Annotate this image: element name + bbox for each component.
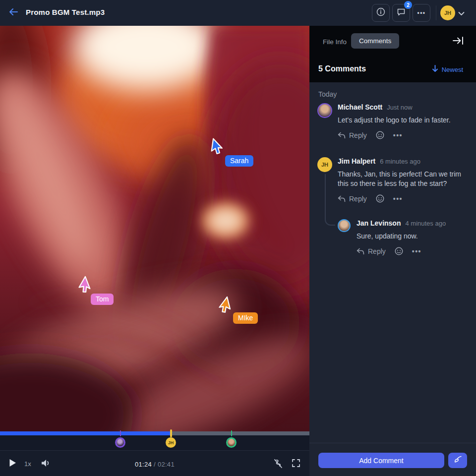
tab-file-info[interactable]: File Info [323, 38, 347, 46]
timecode-display: 01:24 / 02:41 [0, 461, 309, 468]
timeline-comment-avatar-jan[interactable] [226, 437, 237, 448]
thread-connector [325, 174, 335, 226]
playback-controls: 1x 01:24 / 02:41 [0, 450, 309, 476]
cursor-label-sarah: Sarah [225, 155, 253, 167]
collapse-sidebar-button[interactable] [452, 36, 466, 48]
comment-more-button[interactable]: ••• [393, 195, 403, 203]
avatar-jan-levinson[interactable] [338, 219, 351, 232]
more-options-button[interactable]: ••• [413, 4, 430, 22]
sort-button[interactable]: Newest [432, 65, 463, 74]
reply-button[interactable]: Reply [357, 247, 386, 255]
comment-timestamp: 4 minutes ago [405, 220, 446, 227]
chevron-down-icon[interactable] [458, 9, 465, 18]
avatar [228, 439, 235, 446]
sort-label: Newest [442, 66, 463, 73]
back-button[interactable] [7, 6, 20, 19]
emoji-reaction-button[interactable] [395, 247, 403, 255]
comment-more-button[interactable]: ••• [393, 131, 403, 139]
comment-author[interactable]: Michael Scott [338, 103, 382, 111]
avatar-michael-scott[interactable] [317, 103, 332, 118]
arrow-to-bar-icon [452, 39, 464, 47]
avatar-jim-halpert[interactable]: JH [317, 157, 332, 172]
fullscreen-icon [292, 461, 300, 469]
add-comment-button[interactable]: Add Comment [318, 453, 444, 468]
media-canvas[interactable]: Sarah Tom MIke [0, 26, 309, 431]
annotations-off-icon [273, 462, 284, 471]
comment-compose-bar: Add Comment [309, 443, 476, 476]
comment-timestamp: Just now [387, 104, 412, 111]
reply-button[interactable]: Reply [338, 195, 367, 203]
reply-label: Reply [349, 195, 367, 203]
comment-timestamp: 6 minutes ago [380, 158, 420, 165]
time-separator: / [154, 461, 156, 468]
smiley-icon [376, 131, 384, 139]
comments-count-label: 5 Comments [318, 64, 366, 73]
fullscreen-button[interactable] [292, 459, 301, 469]
day-divider-label: Today [318, 90, 337, 98]
comment-text: Sure, updating now. [357, 232, 468, 241]
timeline-scrubber[interactable] [0, 431, 309, 435]
reply-label: Reply [349, 131, 367, 139]
comment-marker-tick-green [231, 430, 232, 436]
draw-annotation-button[interactable] [448, 453, 467, 468]
smiley-icon [395, 247, 403, 255]
ellipsis-icon: ••• [417, 9, 425, 16]
smiley-icon [376, 194, 384, 203]
reply-arrow-icon [357, 248, 364, 255]
current-time: 01:24 [135, 461, 152, 468]
comment-author[interactable]: Jan Levinson [357, 219, 401, 227]
cursor-label-tom: Tom [91, 294, 114, 305]
emoji-reaction-button[interactable] [376, 194, 384, 203]
reply-button[interactable]: Reply [338, 131, 367, 139]
comment-text: Let's adjust the logo to fade in faster. [338, 116, 468, 125]
comment-author[interactable]: Jim Halpert [338, 157, 375, 165]
timeline-comment-avatar-jim[interactable]: JH [166, 437, 176, 448]
tab-comments[interactable]: Comments [351, 33, 399, 49]
file-title: Promo BGM Test.mp3 [26, 8, 105, 16]
arrow-left-icon [9, 8, 18, 17]
comments-count-badge: 2 [404, 1, 412, 9]
media-review-app: Promo BGM Test.mp3 2 ••• JH [0, 0, 476, 476]
topbar-divider [436, 5, 436, 20]
comments-header: 5 Comments Newest [309, 60, 476, 79]
total-duration: 02:41 [158, 461, 175, 468]
user-avatar[interactable]: JH [440, 5, 455, 20]
comment-marker-strip: JH [0, 435, 309, 450]
collaborator-cursor-sarah [210, 137, 226, 156]
playhead[interactable] [170, 429, 172, 437]
reply-arrow-icon [338, 195, 346, 202]
comment-more-button[interactable]: ••• [412, 247, 421, 255]
file-info-button[interactable] [372, 4, 390, 22]
canyon-image [0, 26, 309, 431]
annotations-off-button[interactable] [273, 458, 284, 469]
avatar [117, 439, 124, 446]
emoji-reaction-button[interactable] [376, 131, 384, 139]
reply-arrow-icon [338, 132, 346, 139]
sidebar-tabs: File Info Comments [309, 26, 476, 57]
draw-pen-icon [453, 456, 463, 466]
right-sidebar: File Info Comments 5 Comments Newest Tod… [309, 26, 476, 476]
timeline-comment-avatar-michael[interactable] [115, 437, 125, 448]
timeline-progress [0, 431, 171, 435]
cursor-label-mike: MIke [233, 312, 258, 324]
info-icon [376, 7, 385, 18]
comment-text: Thanks, Jan, this is perfect! Can we tri… [338, 170, 468, 188]
comment-bubble-icon [397, 7, 406, 18]
top-bar: Promo BGM Test.mp3 2 ••• JH [0, 0, 476, 26]
reply-label: Reply [368, 247, 386, 255]
arrow-down-icon [432, 65, 438, 74]
comments-panel: Today Michael Scott Just now Let's adjus… [309, 82, 476, 443]
